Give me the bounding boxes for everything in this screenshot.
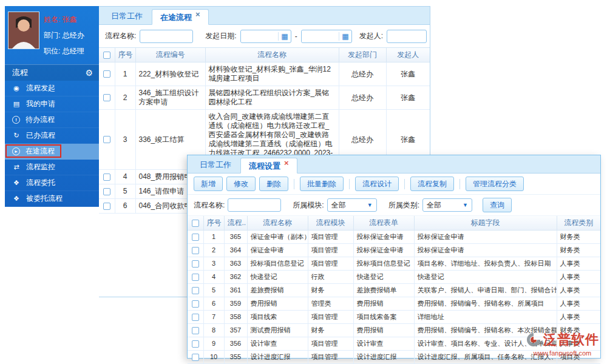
close-icon[interactable]: × [284, 158, 289, 167]
flow-design-button[interactable]: 流程设计 [355, 177, 399, 191]
row-checkbox[interactable] [103, 136, 110, 143]
table-row[interactable]: 1222_材料验收登记材料验收登记_材料采购_张鑫_华润12城房建工程项目总经办… [99, 62, 430, 86]
start-date-label: 发起日期: [205, 31, 236, 41]
flow-name-input[interactable] [140, 30, 193, 43]
select-all-checkbox[interactable] [103, 52, 110, 59]
row-checkbox[interactable] [192, 300, 199, 308]
row-checkbox[interactable] [192, 247, 199, 254]
row-checkbox[interactable] [192, 260, 199, 268]
flow-copy-button[interactable]: 流程复制 [410, 177, 454, 191]
sidebar-item-transit-flows-label: 在途流程 [25, 146, 55, 157]
flow-name-input[interactable] [228, 198, 281, 212]
column-header: 发起人 [386, 48, 430, 62]
cell: 材料验收登记_材料采购_张鑫_华润12城房建工程项目 [205, 62, 339, 86]
calendar-icon[interactable]: ▦ [278, 32, 290, 41]
row-checkbox-cell [188, 351, 203, 364]
row-checkbox[interactable] [192, 340, 199, 348]
flow-name-label: 流程名称: [105, 31, 136, 41]
row-checkbox[interactable] [103, 188, 110, 195]
cell: 项目线索 [247, 311, 308, 324]
win2-toolbar: 新增修改删除批量删除流程设计流程复制管理流程分类 [188, 174, 600, 195]
category-select[interactable]: 全部 ▼ [422, 198, 472, 212]
cell: 详细地址 [414, 311, 557, 324]
table-header-row: 序号流程编号流程名称发起部门发起人 [99, 48, 430, 62]
sidebar-item-my-applications[interactable]: ▤我的申请 [5, 96, 99, 112]
row-checkbox[interactable] [192, 274, 199, 281]
cell: 4 [115, 170, 135, 184]
fanpu-logo-icon [526, 332, 541, 348]
sidebar-item-transit-flows[interactable]: ▸在途流程 [5, 144, 99, 160]
date-end-field[interactable]: ▦ [301, 30, 352, 43]
sidebar-item-delegated-flows[interactable]: ❖被委托流程 [5, 191, 99, 207]
cell: 项目管理 [308, 244, 353, 257]
cell: 行政 [308, 271, 353, 284]
row-checkbox-cell [99, 86, 115, 110]
document-icon: ▤ [12, 100, 21, 108]
row-checkbox-cell [188, 311, 203, 324]
initiator-input[interactable] [387, 30, 427, 43]
sidebar-item-flow-delegate[interactable]: ❖流程委托 [5, 175, 99, 191]
sidebar-item-done-flows[interactable]: ↻已办流程 [5, 128, 99, 144]
flow-name-label: 流程名称: [194, 200, 225, 211]
row-checkbox[interactable] [103, 70, 110, 78]
tab-flow-settings[interactable]: 流程设置× [240, 158, 297, 174]
tab-transit-flows[interactable]: 在途流程× [152, 9, 209, 25]
module-select[interactable]: 全部 ▼ [327, 198, 377, 212]
table-row[interactable]: 2346_施工组织设计方案申请晨铭园林绿化工程组织设计方案_晨铭园林绿化工程总经… [99, 86, 430, 110]
row-checkbox[interactable] [192, 314, 199, 321]
column-header: 流程模块 [308, 216, 353, 231]
toolbar-separator [459, 179, 460, 189]
avatar-image [8, 12, 39, 49]
row-checkbox[interactable] [192, 354, 199, 361]
row-checkbox[interactable] [192, 327, 199, 334]
table-row[interactable]: 2364保证金申请项目管理投标保证金申请投标保证金申请财务类 [188, 244, 600, 257]
date-end-input[interactable] [302, 31, 339, 42]
edit-button[interactable]: 修改 [226, 177, 256, 191]
cell: 管理类 [308, 297, 353, 311]
add-button[interactable]: 新增 [194, 177, 223, 191]
manage-flow-category-button[interactable]: 管理流程分类 [466, 177, 524, 191]
table-row[interactable]: 4362快递登记行政快递登记快递登记人事类 [188, 271, 600, 284]
date-start-field[interactable]: ▦ [240, 30, 291, 43]
date-start-input[interactable] [241, 31, 279, 42]
table-row[interactable]: 3363投标项目信息登记项目管理投标项目信息登记项目名称、详细地址、投标负责人、… [188, 257, 600, 271]
cell: 项目名称、详细地址、投标负责人、投标日期 [414, 257, 557, 271]
cell: 保证金申请 [247, 244, 308, 257]
batch-delete-button[interactable]: 批量删除 [300, 177, 344, 191]
column-header: 流程编号 [135, 48, 205, 62]
tab-daily-work-2[interactable]: 日常工作 [192, 157, 239, 173]
cell: 358 [224, 311, 247, 324]
row-checkbox[interactable] [192, 234, 199, 241]
row-checkbox[interactable] [103, 94, 110, 101]
cell: 费用报销 [247, 297, 308, 311]
search-button[interactable]: 查询 [483, 198, 512, 212]
cell: 财务类 [557, 244, 600, 257]
tab-daily-work[interactable]: 日常工作 [103, 8, 151, 24]
close-icon[interactable]: × [195, 10, 200, 19]
cell: 财务类 [557, 231, 600, 244]
column-header: 流程表单 [353, 216, 414, 231]
delete-button[interactable]: 删除 [259, 177, 288, 191]
row-checkbox[interactable] [192, 287, 199, 294]
table-row[interactable]: 6359费用报销管理类费用报销费用报销、报销编号、报销名称、所属项目人事类 [188, 297, 600, 311]
gear-icon[interactable]: ⚙ [85, 68, 93, 78]
table-row[interactable]: 7358项目线索项目管理项目线索备案详细地址人事类 [188, 311, 600, 324]
sidebar-item-flow-monitor[interactable]: ⇄流程监控 [5, 160, 99, 175]
sidebar-item-todo-flows[interactable]: !待办流程 [5, 112, 99, 128]
select-all-checkbox[interactable] [192, 220, 199, 227]
row-checkbox[interactable] [103, 174, 110, 181]
calendar-icon[interactable]: ▦ [339, 32, 351, 41]
cell: 财务 [308, 324, 353, 337]
table-row[interactable]: 5361差旅费报销财务差旅费报销单关联客户、报销人、申请日期、部门、报销合计人事… [188, 284, 600, 297]
cell: 项目管理 [308, 337, 353, 351]
cell: 6 [115, 199, 135, 214]
cell: 设计进度汇报 [247, 351, 308, 364]
cell: 财务 [308, 284, 353, 297]
row-checkbox[interactable] [103, 203, 110, 210]
table-row[interactable]: 1365保证金申请（副本）项目管理投标保证金申请投标保证金申请财务类 [188, 231, 600, 244]
sidebar-item-flow-initiate[interactable]: ◉流程发起 [5, 81, 99, 96]
cell: 设计审查 [353, 337, 414, 351]
cell: 人事类 [557, 297, 600, 311]
sidebar: 姓名: 张鑫 部门: 总经办 职位: 总经理 流程 ⚙ ◉流程发起▤我的申请!待… [5, 6, 99, 207]
cell: 项目管理 [308, 311, 353, 324]
